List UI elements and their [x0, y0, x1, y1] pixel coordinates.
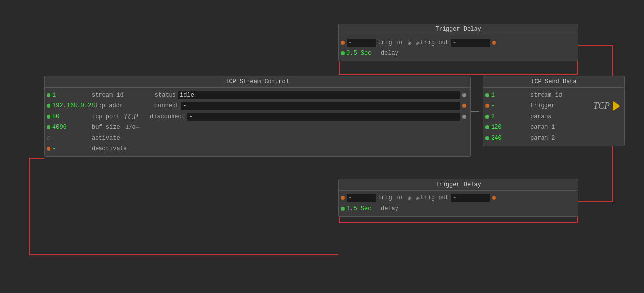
send-params-dot	[485, 115, 489, 119]
trigger-delay-bottom-content: - trig in ✳ ✳ trig out - 1.5 Sec delay	[339, 191, 578, 216]
trig-in-label-bottom: trig in	[378, 195, 402, 201]
send-param2-label: param 2	[530, 135, 555, 142]
activate-val: -	[52, 135, 92, 142]
spin-icon-top2: ✳	[416, 39, 420, 47]
deactivate-val: -	[52, 146, 92, 152]
send-param1-val: 120	[491, 124, 530, 131]
trigger-delay-bottom-node: Trigger Delay - trig in ✳ ✳ trig out - 1…	[338, 179, 578, 217]
buf-size-label: buf size	[92, 124, 120, 131]
buf-fraction: 1/0→	[126, 124, 139, 130]
trigger-delay-top-title: Trigger Delay	[339, 24, 578, 35]
send-stream-dot	[485, 93, 489, 97]
send-param1-dot	[485, 125, 489, 129]
trig-out-dot-top	[492, 41, 496, 45]
tcp-row-port: 80 tcp port TCP disconnect -	[45, 111, 470, 122]
trig-out-label-top: trig out	[421, 39, 449, 46]
tcp-play-icon	[613, 101, 620, 111]
delay-label-top: delay	[381, 50, 398, 57]
status-label: status	[155, 92, 176, 98]
delay-dot-bottom	[341, 207, 345, 211]
delay-label-bottom: delay	[381, 205, 398, 212]
trig-in-dot-bottom	[341, 196, 345, 200]
disconnect-field: -	[187, 113, 460, 121]
send-row-params: 2 params	[483, 111, 624, 122]
send-row-param2: 240 param 2	[483, 133, 624, 144]
send-param1-label: param 1	[530, 124, 555, 131]
trig-in-out-row-bottom: - trig in ✳ ✳ trig out -	[339, 193, 578, 203]
send-trigger-dot	[485, 104, 489, 108]
trig-out-field-top[interactable]: -	[451, 39, 490, 47]
trigger-delay-top-node: Trigger Delay - trig in ✳ ✳ trig out - 0…	[338, 24, 578, 61]
tcp-stream-content: 1 stream id status idle 192.168.0.28 tcp…	[45, 88, 470, 156]
trig-out-label-bottom: trig out	[421, 195, 449, 201]
tcp-row-stream-id: 1 stream id status idle	[45, 90, 470, 100]
stream-id-val: 1	[52, 92, 92, 98]
send-param2-dot	[485, 136, 489, 140]
tcp-label-send: TCP	[594, 101, 610, 111]
spin-icon-bottom: ✳	[407, 194, 411, 202]
tcp-addr-val: 192.168.0.28	[52, 102, 95, 109]
tcp-port-val: 80	[52, 113, 92, 120]
trig-in-field-bottom[interactable]: -	[347, 194, 376, 202]
status-field: idle	[178, 91, 460, 99]
send-row-stream-id: 1 stream id	[483, 90, 624, 100]
trig-in-dot-top	[341, 41, 345, 45]
connect-label: connect	[154, 102, 179, 109]
deactivate-label: deactivate	[92, 146, 127, 152]
send-param2-val: 240	[491, 135, 530, 142]
stream-id-dot	[47, 93, 50, 97]
trig-out-dot-bottom	[492, 196, 496, 200]
activate-dot	[47, 136, 50, 140]
tcp-port-dot	[47, 115, 50, 119]
disconnect-dot-right	[462, 115, 466, 119]
tcp-port-label: tcp port	[92, 113, 120, 120]
tcp-send-data-node: TCP Send Data 1 stream id - trigger TCP …	[483, 76, 625, 146]
tcp-row-buf: 4096 buf size 1/0→	[45, 122, 470, 133]
connect-dot-right	[462, 104, 466, 108]
deactivate-dot	[47, 147, 50, 151]
delay-row-top: 0.5 Sec delay	[339, 48, 578, 59]
tcp-row-addr: 192.168.0.28 tcp addr connect -	[45, 100, 470, 111]
tcp-stream-control-node: TCP Stream Control 1 stream id status id…	[44, 76, 471, 157]
trig-in-label-top: trig in	[378, 39, 402, 46]
spin-icon-bottom2: ✳	[416, 194, 420, 202]
trig-in-out-row-top: - trig in ✳ ✳ trig out -	[339, 37, 578, 48]
send-stream-label: stream id	[530, 92, 562, 98]
tcp-row-activate: - activate	[45, 133, 470, 144]
tcp-send-title: TCP Send Data	[483, 76, 624, 88]
connect-field: -	[181, 102, 460, 110]
tcp-addr-dot	[47, 104, 50, 108]
status-dot-right	[462, 93, 466, 97]
send-row-trigger: - trigger TCP	[483, 100, 624, 111]
trig-in-field-top[interactable]: -	[347, 39, 376, 47]
tcp-row-deactivate: - deactivate	[45, 144, 470, 154]
delay-value-top[interactable]: 0.5 Sec	[347, 50, 381, 57]
buf-size-dot	[47, 125, 50, 129]
send-params-val: 2	[491, 113, 530, 120]
send-trigger-val: -	[491, 102, 530, 109]
send-stream-val: 1	[491, 92, 530, 98]
tcp-addr-label: tcp addr	[95, 102, 123, 109]
stream-id-label: stream id	[92, 92, 124, 98]
delay-row-bottom: 1.5 Sec delay	[339, 203, 578, 214]
delay-dot-top	[341, 51, 345, 55]
tcp-icon-stream: TCP	[124, 112, 138, 121]
tcp-send-content: 1 stream id - trigger TCP 2 params 120 p…	[483, 88, 624, 146]
buf-size-val: 4096	[52, 124, 92, 131]
send-params-label: params	[530, 113, 551, 120]
trig-out-field-bottom[interactable]: -	[451, 194, 490, 202]
send-trigger-label: trigger	[530, 102, 555, 109]
activate-label: activate	[92, 135, 120, 142]
disconnect-label: disconnect	[150, 113, 185, 120]
spin-icon-top: ✳	[407, 39, 411, 47]
trigger-delay-bottom-title: Trigger Delay	[339, 179, 578, 191]
trigger-delay-top-content: - trig in ✳ ✳ trig out - 0.5 Sec delay	[339, 35, 578, 61]
delay-value-bottom[interactable]: 1.5 Sec	[347, 205, 381, 212]
send-row-param1: 120 param 1	[483, 122, 624, 133]
tcp-stream-title: TCP Stream Control	[45, 76, 470, 88]
